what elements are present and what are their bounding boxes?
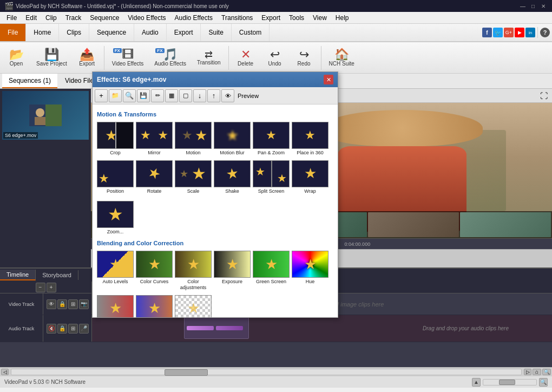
audio-effects-button[interactable]: FX 🎵 Audio Effects	[149, 47, 191, 69]
nch-suite-button[interactable]: 🏠 NCH Suite	[324, 47, 359, 69]
video-track-group-button[interactable]: ⊞	[68, 299, 78, 309]
linkedin-icon[interactable]: in	[525, 28, 535, 37]
facebook-icon[interactable]: f	[482, 28, 492, 37]
ribbon-tab-custom[interactable]: Custom	[232, 24, 270, 41]
audio-track-mic-button[interactable]: 🎤	[79, 324, 89, 334]
close-button[interactable]: ✕	[539, 2, 548, 10]
timeline-zoom-in[interactable]: +	[47, 283, 56, 292]
effects-save-button[interactable]: 💾	[137, 89, 150, 102]
effect-color-adj[interactable]: ★ Color adjustments	[175, 250, 212, 292]
effects-deselect-button[interactable]: ▢	[179, 89, 192, 102]
effect-place-360[interactable]: ★ Place in 360	[292, 121, 328, 157]
status-up-button[interactable]: ▲	[472, 378, 481, 387]
effect-green-screen[interactable]: ★ Green Screen	[253, 250, 290, 292]
effect-pan-zoom[interactable]: ★ Pan & Zoom	[253, 121, 290, 157]
scroll-left-button[interactable]: ◁	[1, 369, 9, 375]
effect-zoom[interactable]: ★ Zoom...	[97, 200, 134, 236]
status-scrollbar[interactable]	[483, 379, 537, 386]
save-project-button[interactable]: 💾 Save Project	[31, 47, 72, 69]
ribbon-tab-home[interactable]: Home	[26, 24, 59, 41]
effects-down-button[interactable]: ↑	[207, 89, 220, 102]
effect-transparency[interactable]: ★ Transparency	[175, 294, 212, 317]
audio-drop-zone-label[interactable]: Drag and drop your audio clips here	[423, 325, 509, 331]
effect-motion[interactable]: ★ ★ Motion	[175, 121, 212, 157]
menu-edit[interactable]: Edit	[21, 13, 41, 23]
audio-track-group-button[interactable]: ⊞	[68, 324, 78, 334]
menu-tools[interactable]: Tools	[285, 13, 308, 23]
effect-crop[interactable]: ★ Crop	[97, 121, 134, 157]
audio-track-mute-button[interactable]: 🔇	[47, 324, 56, 334]
ribbon-tab-suite[interactable]: Suite	[201, 24, 231, 41]
audio-track-lock-button[interactable]: 🔒	[57, 324, 67, 334]
effects-up-button[interactable]: ↓	[193, 89, 206, 102]
effect-scale[interactable]: ★ ★ Scale	[175, 159, 212, 195]
menu-view[interactable]: View	[308, 13, 331, 23]
scroll-home-button[interactable]: ⌂	[533, 369, 541, 375]
google-icon[interactable]: G+	[504, 28, 514, 37]
effect-mirror[interactable]: ★ ★ Mirror	[136, 121, 173, 157]
effect-wrap[interactable]: ★ Wrap	[292, 159, 328, 195]
scrollbar-thumb[interactable]	[165, 369, 208, 376]
redo-button[interactable]: ↪ Redo	[290, 47, 318, 69]
effects-preview-button[interactable]: 👁	[221, 89, 234, 102]
menu-audio-effects[interactable]: Audio Effects	[170, 13, 218, 23]
effects-select-button[interactable]: ▦	[165, 89, 178, 102]
open-button[interactable]: 📂 Open	[2, 47, 30, 69]
effects-edit-button[interactable]: ✏	[151, 89, 164, 102]
ribbon-tab-export[interactable]: Export	[167, 24, 201, 41]
scrollbar-track[interactable]	[11, 369, 522, 375]
h-scrollbar[interactable]: ◁ ▷ ⌂ 🔍	[0, 367, 552, 376]
minimize-button[interactable]: —	[518, 2, 527, 10]
expand-preview-icon[interactable]: ⛶	[540, 92, 548, 100]
menu-video-effects[interactable]: Video Effects	[123, 13, 170, 23]
twitter-icon[interactable]: 🐦	[493, 28, 503, 37]
effect-shake[interactable]: ★ Shake	[214, 159, 251, 195]
effect-saturation[interactable]: ★ Saturation	[97, 294, 134, 317]
audio-track-body[interactable]: Drag and drop your audio clips here	[92, 315, 552, 342]
menu-transitions[interactable]: Transitions	[217, 13, 257, 23]
effect-motion-blur[interactable]: ★ Motion Blur	[214, 121, 251, 157]
help-icon[interactable]: ?	[540, 28, 550, 37]
status-scrollbar-thumb[interactable]	[499, 380, 515, 385]
ribbon-tab-sequence[interactable]: Sequence	[89, 24, 134, 41]
menu-sequence[interactable]: Sequence	[86, 13, 123, 23]
menu-clip[interactable]: Clip	[41, 13, 61, 23]
effect-auto-levels[interactable]: ★ Auto Levels	[97, 250, 134, 292]
menu-file[interactable]: File	[2, 13, 21, 23]
effect-split-screen[interactable]: ★ ★ Split Screen	[253, 159, 290, 195]
status-magnify-button[interactable]: 🔍	[539, 378, 548, 387]
effects-close-button[interactable]: ✕	[324, 75, 333, 84]
timeline-tab-timeline[interactable]: Timeline	[0, 270, 36, 280]
effect-rotate[interactable]: ★ Rotate	[136, 159, 173, 195]
undo-button[interactable]: ↩ Undo	[261, 47, 289, 69]
effect-temperature[interactable]: ★ Temperature	[136, 294, 173, 317]
effect-exposure[interactable]: ★ Exposure	[214, 250, 251, 292]
video-track-eye-button[interactable]: 👁	[47, 299, 56, 309]
timeline-tab-storyboard[interactable]: Storyboard	[36, 270, 78, 280]
scroll-zoom-out-button[interactable]: 🔍	[542, 369, 551, 375]
ribbon-tab-file[interactable]: File	[0, 24, 26, 41]
transition-button[interactable]: ⇄ Transition	[192, 48, 226, 68]
youtube-icon[interactable]: ▶	[515, 28, 524, 37]
clip-thumbnail[interactable]: S6 edge+.mov	[2, 91, 89, 140]
delete-button[interactable]: ✕ Delete	[232, 47, 260, 69]
effects-content[interactable]: Motion & Transforms ★ Crop ★ ★ Mirr	[93, 104, 338, 317]
video-track-lock-button[interactable]: 🔒	[57, 299, 67, 309]
effects-add-folder-button[interactable]: 📁	[109, 89, 122, 102]
effects-add-button[interactable]: +	[95, 89, 108, 102]
audio-clip[interactable]	[184, 317, 249, 339]
scroll-right-button[interactable]: ▷	[524, 369, 531, 375]
effect-color-curves[interactable]: ★ Color Curves	[136, 250, 173, 292]
menu-help[interactable]: Help	[331, 13, 353, 23]
menu-export[interactable]: Export	[257, 13, 285, 23]
sub-tab-sequences[interactable]: Sequences (1)	[2, 74, 57, 88]
effect-hue[interactable]: ★ Hue	[292, 250, 328, 292]
ribbon-tab-clips[interactable]: Clips	[59, 24, 89, 41]
menu-track[interactable]: Track	[61, 13, 86, 23]
maximize-button[interactable]: □	[529, 2, 537, 10]
video-track-camera-button[interactable]: 📷	[79, 299, 89, 309]
video-effects-button[interactable]: FX 🎞 Video Effects	[107, 47, 149, 69]
ribbon-tab-audio[interactable]: Audio	[134, 24, 167, 41]
effect-position[interactable]: ★ Position	[97, 159, 134, 195]
effects-search-button[interactable]: 🔍	[123, 89, 136, 102]
